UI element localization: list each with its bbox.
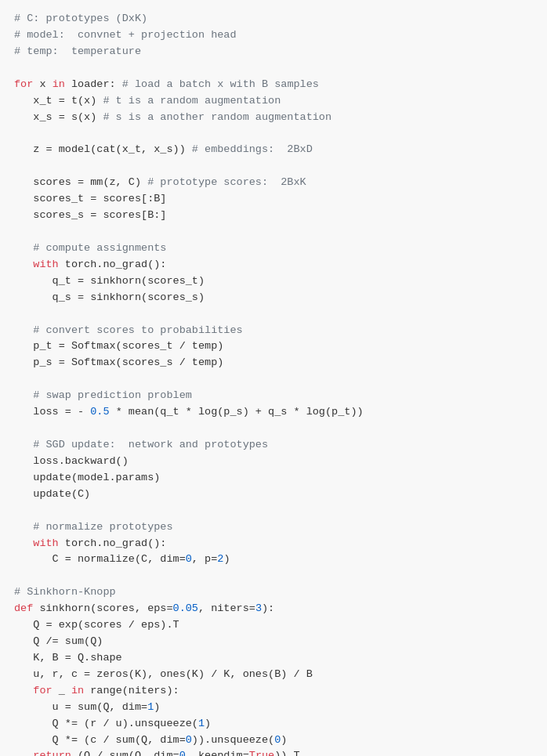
keyword-def: def: [14, 602, 33, 614]
comment-probs: # convert scores to probabilities: [33, 324, 242, 336]
comment-xt: # t is a random augmentation: [103, 95, 281, 107]
number-1: 1: [198, 718, 205, 729]
comment-sinkhorn: # Sinkhorn-Knopp: [14, 586, 116, 598]
code-container: # C: prototypes (DxK) # model: convnet +…: [0, 0, 547, 756]
comment-z: # embeddings: 2BxD: [192, 143, 313, 155]
comment-swap: # swap prediction problem: [33, 389, 192, 401]
comment-assignments: # compute assignments: [33, 242, 166, 254]
comment-xs: # s is a another random augmentation: [103, 111, 331, 123]
comment-scores: # prototype scores: 2BxK: [147, 176, 306, 188]
number-0: 0: [186, 553, 192, 565]
number-eps: 0.05: [173, 602, 198, 614]
keyword-for-2: for: [33, 685, 52, 696]
code-block: # C: prototypes (DxK) # model: convnet +…: [14, 11, 533, 756]
keyword-with-1: with: [33, 259, 58, 270]
keyword-true: True: [249, 750, 274, 756]
comment-normalize: # normalize prototypes: [33, 521, 172, 533]
comment-sgd: # SGD update: network and prototypes: [33, 439, 268, 450]
keyword-in: in: [53, 78, 65, 90]
keyword-for: for: [14, 78, 33, 90]
number-0c: 0: [179, 750, 186, 756]
number-niters: 3: [255, 602, 262, 614]
number-dim0: 0: [186, 734, 192, 746]
comment-line-3: # temp: temperature: [14, 45, 141, 57]
comment-line-1: # C: prototypes (DxK): [14, 13, 147, 24]
number-05: 0.5: [90, 406, 109, 418]
keyword-return: return: [33, 750, 71, 756]
number-2: 2: [217, 553, 223, 565]
comment-loader: # load a batch x with B samples: [122, 78, 319, 90]
keyword-in-2: in: [71, 685, 84, 696]
comment-line-2: # model: convnet + projection head: [14, 29, 237, 41]
number-dim1: 1: [147, 701, 154, 713]
keyword-with-2: with: [33, 537, 58, 549]
number-0b: 0: [274, 734, 281, 746]
